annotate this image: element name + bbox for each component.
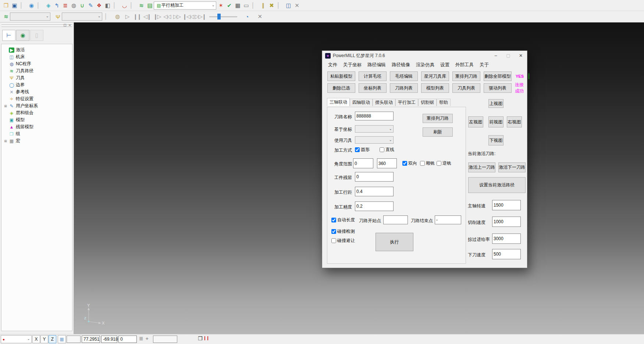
tool-combobox[interactable]: ⌄ bbox=[355, 136, 394, 144]
tree-item[interactable]: ◫ 机床 bbox=[4, 53, 72, 60]
tab-parallel[interactable]: 平行加工 bbox=[395, 99, 418, 106]
panel-grip[interactable] bbox=[1, 24, 72, 25]
axis-x-button[interactable]: X bbox=[32, 335, 40, 343]
tab-3axis[interactable]: 三轴联动 bbox=[327, 98, 350, 106]
execute-button[interactable]: 执行 bbox=[376, 233, 413, 251]
toolpath-verify-icon[interactable]: ✶ bbox=[216, 1, 225, 10]
tab-levels-globe[interactable]: ◉ bbox=[16, 30, 29, 41]
tool-list-button[interactable]: 刀具列表 bbox=[452, 83, 480, 93]
feeds-speeds-icon[interactable]: ≣ bbox=[61, 1, 69, 10]
simulation-speed-slider[interactable] bbox=[209, 13, 237, 20]
step-forward-icon[interactable]: ❙▷ bbox=[153, 12, 161, 21]
marker-combobox[interactable]: ● ⌄ bbox=[1, 335, 32, 343]
tree-item[interactable]: ▣ 模型 bbox=[4, 116, 72, 123]
panel-float-icon[interactable]: ⊡ bbox=[63, 23, 66, 27]
tree-item[interactable]: ▲ 残留模型 bbox=[4, 123, 72, 130]
go-start-icon[interactable]: ❙◁◁ bbox=[182, 12, 193, 21]
panel-close-icon[interactable]: ✕ bbox=[68, 23, 71, 27]
go-end-icon[interactable]: ▷▷❙ bbox=[195, 12, 206, 21]
calculator-icon[interactable]: ▦ bbox=[233, 1, 242, 10]
paste-new-model-button[interactable]: 粘贴新模型 bbox=[327, 71, 355, 81]
play-icon[interactable]: ▷ bbox=[123, 12, 131, 21]
chevron-down-icon[interactable]: ⌄ bbox=[389, 138, 392, 142]
tree-item[interactable]: ◯ 边界 bbox=[4, 81, 72, 88]
edit-block-button[interactable]: 毛坯编辑 bbox=[390, 71, 418, 81]
compute-block-button[interactable]: 计算毛坯 bbox=[359, 71, 387, 81]
strategy-combobox[interactable]: ▤ 平行精加工 ⌄ bbox=[154, 1, 216, 10]
axis-y-button[interactable]: Y bbox=[40, 335, 48, 343]
tree-item[interactable]: ⊞ ▦ 宏 bbox=[4, 137, 72, 144]
end-point-input[interactable] bbox=[435, 215, 461, 224]
clock-icon[interactable]: ◔ bbox=[242, 12, 251, 21]
workplane-edit-icon[interactable]: ✎ bbox=[86, 1, 95, 10]
step-back-icon[interactable]: ◁❙ bbox=[143, 12, 151, 21]
activate-prev-toolpath-button[interactable]: 激活上一刀路 bbox=[468, 162, 495, 172]
reorder-toolpaths-button[interactable]: 重排列刀路 bbox=[452, 71, 480, 81]
tool-icon[interactable]: ◍ bbox=[69, 1, 78, 10]
menu-item[interactable]: 渲染仿真 bbox=[413, 62, 437, 68]
menu-item[interactable]: 设置 bbox=[437, 62, 452, 68]
cursor-y-field[interactable]: -69.918 bbox=[101, 336, 117, 343]
close-button[interactable]: ✕ bbox=[515, 51, 527, 60]
tree-item[interactable]: ⊞ ✎ 用户坐标系 bbox=[4, 102, 72, 109]
chevron-down-icon[interactable]: ⌄ bbox=[212, 3, 215, 7]
refresh-button[interactable]: 刷新 bbox=[423, 127, 453, 137]
tool-library-button[interactable]: 星河刀具库 bbox=[421, 71, 449, 81]
chevron-down-icon[interactable]: ⌄ bbox=[98, 14, 101, 18]
tree-item[interactable]: ◈ 层和组合 bbox=[4, 109, 72, 116]
spindle-speed-input[interactable] bbox=[492, 200, 521, 210]
rapid-heights-icon[interactable]: ↰ bbox=[52, 1, 61, 10]
toolbar-close-icon[interactable]: ✕ bbox=[292, 1, 301, 10]
grid-size-field[interactable] bbox=[67, 336, 81, 343]
toolpath-strategy-icon[interactable]: ≋ bbox=[137, 1, 145, 10]
coord-combobox[interactable]: ⌄ bbox=[355, 125, 394, 133]
menu-item[interactable]: 文件 bbox=[325, 62, 340, 68]
stock-remain-input[interactable] bbox=[355, 172, 394, 182]
cursor-z-field[interactable]: 0 bbox=[118, 336, 137, 343]
collision-check-checkbox[interactable]: 碰撞检测 bbox=[331, 228, 355, 235]
block-tool-icon[interactable]: ◧ bbox=[103, 1, 111, 10]
view-left-button[interactable]: 左视图 bbox=[468, 116, 483, 127]
expand-toggle-icon[interactable]: ⊞ bbox=[4, 139, 7, 143]
toolpath-name-input[interactable] bbox=[355, 112, 394, 120]
tool-change-icon[interactable]: ∥ bbox=[259, 1, 267, 10]
menu-item[interactable]: 关于坐标 bbox=[340, 62, 364, 68]
menu-item[interactable]: 关于 bbox=[477, 62, 492, 68]
grid-snap-button[interactable]: ▦ bbox=[58, 335, 66, 343]
slider-handle[interactable] bbox=[217, 14, 221, 20]
skim-feed-input[interactable] bbox=[492, 234, 521, 244]
tab-4axis[interactable]: 四轴联动 bbox=[350, 99, 373, 106]
clipboard-icon[interactable]: ❒ bbox=[198, 336, 203, 341]
axis-z-button[interactable]: Z bbox=[49, 335, 56, 343]
rewind-icon[interactable]: ◁◁ bbox=[163, 12, 171, 21]
angle-end-input[interactable] bbox=[377, 158, 397, 168]
tree-item[interactable]: ✧ 特征设置 bbox=[4, 95, 72, 102]
save-project-icon[interactable]: ▣ bbox=[10, 1, 18, 10]
tree-item[interactable]: ❒ 组 bbox=[4, 130, 72, 137]
tree-item[interactable]: ▶ 激活 bbox=[4, 46, 72, 53]
dialog-titlebar[interactable]: ★ PowerMILL 忆梦星河 7.0.6 – ▢ ✕ bbox=[322, 51, 527, 60]
tolerance-field[interactable] bbox=[153, 336, 177, 343]
tool-icon[interactable]: Ψ bbox=[53, 12, 62, 21]
block-icon[interactable]: ◈ bbox=[44, 1, 52, 10]
menu-item[interactable]: 路径编辑 bbox=[364, 62, 389, 68]
tab-help[interactable]: 帮助 bbox=[437, 99, 451, 106]
cursor-x-field[interactable]: 77.2951 bbox=[82, 336, 100, 343]
view-bottom-button[interactable]: 下视图 bbox=[488, 135, 504, 145]
collision-check-icon[interactable]: ◡ bbox=[120, 1, 128, 10]
tolerance-input[interactable] bbox=[355, 201, 394, 211]
measure-icon[interactable]: ▭ bbox=[242, 1, 250, 10]
model-list-button[interactable]: 模型列表 bbox=[421, 83, 449, 93]
simulation-tool-combobox[interactable]: ⌄ bbox=[62, 13, 102, 21]
simulation-toolpath-combobox[interactable]: ⌄ bbox=[10, 13, 50, 21]
strategy-list-icon[interactable]: ▤ bbox=[145, 1, 154, 10]
swap-axes-icon[interactable]: ✖ bbox=[267, 1, 275, 10]
tree-item[interactable]: ≋ 刀具路径 bbox=[4, 67, 72, 74]
stepover-input[interactable] bbox=[355, 187, 394, 196]
coord-list-button[interactable]: 坐标列表 bbox=[359, 83, 387, 93]
compare-models-icon[interactable]: ◫ bbox=[284, 1, 292, 10]
tree-item[interactable]: ◍ NC程序 bbox=[4, 60, 72, 67]
toolbar-close-icon[interactable]: ✕ bbox=[255, 12, 264, 21]
leads-links-icon[interactable]: ∪ bbox=[78, 1, 86, 10]
toolpath-list-button[interactable]: 刀路列表 bbox=[390, 83, 418, 93]
